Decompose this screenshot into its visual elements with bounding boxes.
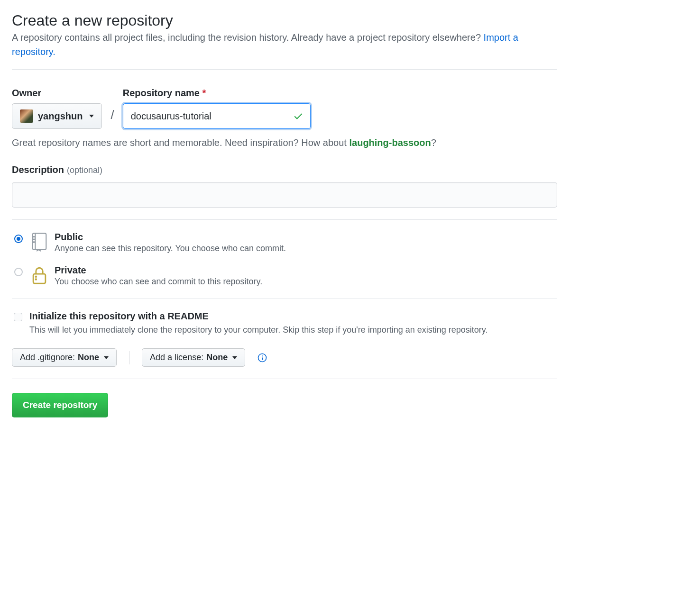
init-readme-checkbox[interactable] [14,313,22,321]
svg-point-3 [34,239,35,240]
hint-post: ? [431,137,436,148]
avatar [20,109,33,123]
owner-select-button[interactable]: yangshun [12,103,102,129]
divider [12,379,557,379]
chevron-down-icon [104,356,109,359]
svg-point-4 [34,242,35,243]
owner-name: yangshun [38,111,83,122]
divider [12,69,557,70]
info-icon[interactable] [258,353,267,362]
init-readme-title: Initialize this repository with a README [29,311,488,322]
public-desc: Anyone can see this repository. You choo… [55,244,286,254]
svg-point-2 [34,236,35,237]
repo-name-hint: Great repository names are short and mem… [12,137,557,148]
license-label: Add a license: [150,353,203,362]
init-readme-desc: This will let you immediately clone the … [29,324,488,336]
public-radio[interactable] [14,235,23,243]
add-gitignore-button[interactable]: Add .gitignore: None [12,348,117,367]
license-value: None [206,353,228,362]
svg-point-7 [36,279,37,280]
check-icon [293,111,304,121]
svg-rect-5 [33,274,46,283]
private-radio[interactable] [14,268,23,276]
page-subhead: A repository contains all project files,… [12,30,557,59]
vertical-separator [129,351,129,364]
chevron-down-icon [232,356,237,359]
divider [12,299,557,299]
repo-name-input[interactable] [130,110,293,122]
owner-label: Owner [12,88,102,99]
divider [12,219,557,220]
repo-name-suggestion[interactable]: laughing-bassoon [349,137,431,148]
gitignore-value: None [78,353,99,362]
svg-rect-0 [33,233,46,249]
lock-icon [31,266,48,285]
add-license-button[interactable]: Add a license: None [142,348,245,367]
required-asterisk: * [202,88,206,98]
repo-name-field[interactable] [123,103,311,129]
repo-icon [31,233,48,252]
slash-separator: / [107,108,118,122]
repo-name-label: Repository name * [123,88,311,99]
hint-pre: Great repository names are short and mem… [12,137,349,148]
private-desc: You choose who can see and commit to thi… [55,277,262,287]
subhead-text: A repository contains all project files,… [12,32,484,43]
description-optional: (optional) [67,165,102,175]
svg-point-9 [262,355,263,356]
gitignore-label: Add .gitignore: [20,353,75,362]
description-input[interactable] [12,182,557,208]
chevron-down-icon [89,115,94,118]
create-repository-button[interactable]: Create repository [12,393,108,417]
page-title: Create a new repository [12,12,557,29]
svg-point-6 [36,276,37,277]
private-title: Private [55,265,262,276]
repo-name-label-text: Repository name [123,88,202,98]
description-label: Description [12,164,64,175]
public-title: Public [55,232,286,243]
